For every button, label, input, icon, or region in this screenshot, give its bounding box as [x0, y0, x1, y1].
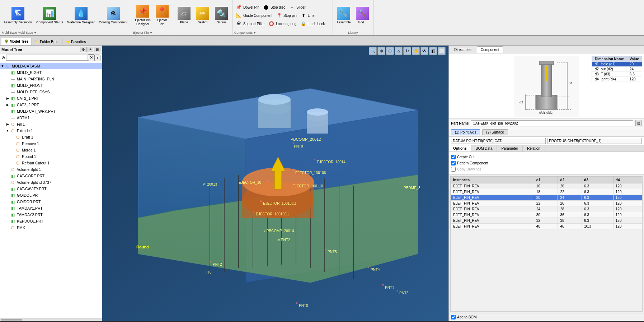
- component-status-btn[interactable]: 📊 Component Status: [34, 6, 65, 25]
- tree-item-volume-split-1[interactable]: ⬡Volume Split 1: [0, 166, 102, 173]
- options-tab-relation[interactable]: Relation: [523, 145, 545, 151]
- 3d-scene[interactable]: PBCOMP_20012 x PNT0 x EJECTOR_10014 x EJ…: [102, 46, 448, 321]
- tree-item-cat2-2-prt[interactable]: ▶◧CAT2_2.PRT: [0, 102, 102, 108]
- dim-row[interactable]: d1_Hole (d1)20: [592, 62, 642, 67]
- tree-item-main-parting-pln[interactable]: —MAIN_PARTING_PLN: [0, 76, 102, 82]
- mode-btn[interactable]: 🔨 Mod...: [353, 6, 371, 25]
- dowel-pin-btn[interactable]: 📌 Dowel Pin: [234, 3, 261, 11]
- datum-input-1[interactable]: [451, 138, 546, 144]
- pattern-comp-checkbox[interactable]: [451, 161, 456, 165]
- tree-item-mold-front[interactable]: ◧MOLD_FRONT: [0, 82, 102, 89]
- tree-item-refpart-cutout-1[interactable]: ⬡Refpart Cutout 1: [0, 160, 102, 166]
- assemble-btn[interactable]: 🔧 Assemble: [335, 6, 353, 25]
- tree-add-btn[interactable]: +: [88, 47, 93, 52]
- tree-item-merge1[interactable]: ⬡Merge 1: [0, 147, 102, 153]
- create-cut-checkbox[interactable]: [451, 155, 456, 159]
- search-add-btn[interactable]: +: [95, 55, 100, 61]
- tree-item-mold-right[interactable]: ◧MOLD_RIGHT: [0, 69, 102, 76]
- datum-input-2[interactable]: [547, 138, 642, 144]
- tree-expand-all-btn[interactable]: ⊞: [94, 47, 100, 52]
- tree-item-adtm1[interactable]: —ADTM1: [0, 115, 102, 121]
- tree-item-fill1[interactable]: ▶⬡Fill 1: [0, 121, 102, 127]
- tree-item-round1[interactable]: ⬡Round 1: [0, 153, 102, 160]
- tree-item-goidor-prt[interactable]: ◧GOIDOR.PRT: [0, 199, 102, 205]
- tree-icon-adtm1: —: [10, 115, 16, 121]
- inst-row-2[interactable]: EJET_PIN_REV20246.3120: [451, 195, 642, 201]
- lifter-btn[interactable]: ⬆ Lifter: [299, 11, 317, 19]
- tree-icon-extrude1: ⬡: [10, 128, 16, 134]
- waterline-btn[interactable]: 💧 Waterline Designer: [66, 6, 97, 25]
- guide-comp-btn[interactable]: 📐 Guide Component: [234, 11, 274, 19]
- vp-zoom-out-btn[interactable]: ⊖: [386, 47, 394, 55]
- tab-folder-browser[interactable]: 📁 Folder Bro...: [32, 38, 63, 45]
- sketch-btn[interactable]: ✏ Sketch: [194, 6, 212, 25]
- vp-view-btn[interactable]: 👁: [420, 47, 428, 55]
- dim-row[interactable]: d4_leght (d4)120: [592, 77, 642, 82]
- stop-pin-btn[interactable]: 📍 Stop pin: [274, 11, 298, 19]
- dim-row[interactable]: d2_out (d2)24: [592, 67, 642, 72]
- tree-scrollbar[interactable]: [0, 318, 102, 321]
- inst-row-6[interactable]: EJET_PIN_REV32386.3120: [451, 218, 642, 224]
- tree-item-cat-core-prt[interactable]: ◧CAT-CORE.PRT: [0, 173, 102, 179]
- components-dropdown[interactable]: Components ▼: [234, 31, 331, 34]
- vp-rotate-btn[interactable]: ↻: [403, 47, 411, 55]
- options-tab-options[interactable]: Options: [449, 145, 471, 151]
- vp-zoom-fit-btn[interactable]: 🔍: [369, 47, 377, 55]
- inst-row-7[interactable]: EJET_PIN_REV404610.3120: [451, 224, 642, 229]
- inst-row-0[interactable]: EJET_PIN_REV16206.3120: [451, 183, 642, 189]
- vp-shade-btn[interactable]: ◧: [429, 47, 437, 55]
- tree-item-mold-cat-wrk-prt[interactable]: ◧MOLD-CAT_WRK.PRT: [0, 108, 102, 115]
- tree-item-remove1[interactable]: ⬡Remove 1: [0, 140, 102, 147]
- ejector-pin-btn[interactable]: 📍 EjectorPin: [153, 4, 171, 27]
- tab-model-tree[interactable]: 🌳 Model Tree: [1, 38, 32, 45]
- vp-zoom-in-btn[interactable]: ⊕: [377, 47, 385, 55]
- vp-wire-btn[interactable]: ⬜: [438, 47, 446, 55]
- tree-item-extrude1[interactable]: ▼⬡Extrude 1: [0, 127, 102, 134]
- tree-item-tamday1-prt[interactable]: ◧TAMDAY1.PRT: [0, 205, 102, 211]
- plane-btn[interactable]: ▱ Plane: [175, 6, 193, 25]
- ejector-pin-designer-btn[interactable]: 📌 Ejector PinDesigner: [133, 4, 152, 27]
- tab-directories[interactable]: Directories: [450, 46, 475, 53]
- copy-drawings-checkbox[interactable]: [451, 167, 456, 172]
- tab-favorites[interactable]: ⭐ Favorites: [63, 38, 89, 45]
- tree-item-emx[interactable]: ⬡EMX: [0, 224, 102, 231]
- svg-text:x: x: [296, 301, 298, 305]
- options-tab-parameter[interactable]: Parameter: [497, 145, 523, 151]
- inst-row-4[interactable]: EJET_PIN_REV24286.3120: [451, 206, 642, 212]
- tree-item-mold-def-csys[interactable]: —MOLD_DEF_CSYS: [0, 89, 102, 95]
- stop-disc-btn[interactable]: ⬤ Stop disc: [262, 3, 287, 11]
- inst-row-5[interactable]: EJET_PIN_REV30366.3120: [451, 212, 642, 218]
- tree-item-cat2-1-prt[interactable]: ▶◧CAT2_1.PRT: [0, 95, 102, 102]
- options-tab-bom[interactable]: BOM Data: [471, 145, 497, 151]
- vp-pan-btn[interactable]: ✋: [412, 47, 420, 55]
- tree-item-mold-cat-asm[interactable]: ▼⬡MOLD-CAT.ASM: [0, 63, 102, 69]
- search-clear-btn[interactable]: ✕: [88, 54, 95, 61]
- surface-btn[interactable]: (2) Surface: [482, 129, 508, 135]
- tree-item-goidol-prt[interactable]: ◧GOIDOL.PRT: [0, 192, 102, 199]
- support-pillar-btn[interactable]: 🏛 Support Pillar: [234, 20, 266, 28]
- search-input[interactable]: [6, 55, 88, 61]
- slider-btn[interactable]: ↔ Slider: [287, 3, 307, 11]
- tree-item-cat-cavity-prt[interactable]: ◧CAT-CAVITY.PRT: [0, 186, 102, 192]
- inst-row-3[interactable]: EJET_PIN_REV22266.3120: [451, 201, 642, 206]
- mold-base-dropdown[interactable]: Mold BaseMold Base ▼: [2, 31, 129, 34]
- tree-settings-btn[interactable]: ⚙: [80, 47, 87, 52]
- cooling-component-btn[interactable]: ❄ Cooling Component: [97, 6, 130, 25]
- part-name-expand-btn[interactable]: ⊡: [635, 120, 642, 126]
- locating-ring-btn[interactable]: ⭕ Locating ring: [267, 20, 298, 28]
- tree-item-volume-split-3737[interactable]: ⬡Volume Split id 3737: [0, 179, 102, 186]
- latch-lock-btn[interactable]: 🔒 Latch Lock: [299, 20, 326, 28]
- add-bom-checkbox[interactable]: [451, 315, 456, 319]
- tree-item-kepduol-prt[interactable]: ◧KEPDUOL.PRT: [0, 218, 102, 224]
- tree-item-draft1[interactable]: ⬡Draft 1: [0, 134, 102, 140]
- assembly-definition-btn[interactable]: 🏗 Assembly Definition: [2, 6, 34, 25]
- screw-btn[interactable]: 🔩 Screw: [212, 6, 230, 25]
- inst-row-1[interactable]: EJET_PIN_REV18226.3120: [451, 189, 642, 195]
- vp-home-btn[interactable]: ⌂: [395, 47, 403, 55]
- ejector-pin-dropdown[interactable]: Ejector Pin ▼: [133, 31, 171, 34]
- point-axis-btn[interactable]: (1) Point|Axis: [451, 129, 480, 135]
- tab-component[interactable]: Component: [477, 46, 503, 53]
- dim-row[interactable]: d3_T (d3)6.3: [592, 72, 642, 77]
- part-name-input[interactable]: [471, 120, 633, 126]
- tree-item-tamday2-prt[interactable]: ◧TAMDAY2.PRT: [0, 211, 102, 218]
